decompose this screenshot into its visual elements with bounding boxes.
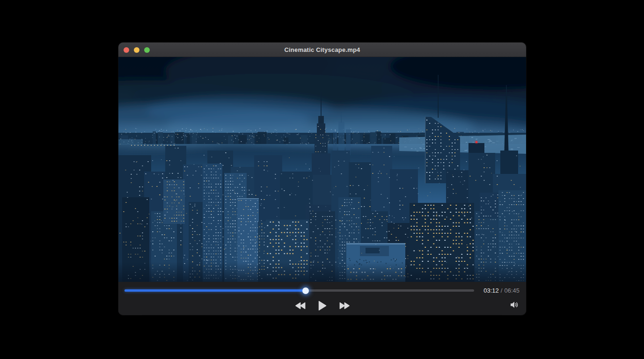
progress-row: 03:12/06:45 — [124, 287, 520, 294]
play-icon — [318, 301, 327, 311]
traffic-lights — [124, 47, 150, 53]
seek-bar[interactable] — [124, 289, 474, 292]
rewind-icon — [294, 302, 306, 309]
one-wtc — [338, 122, 344, 155]
window-title: Cinematic Cityscape.mp4 — [118, 46, 526, 53]
fast-forward-button[interactable] — [339, 302, 351, 309]
titlebar[interactable]: Cinematic Cityscape.mp4 — [118, 43, 526, 57]
transport-buttons — [118, 298, 526, 313]
time-elapsed: 03:12 — [483, 287, 499, 294]
player-window: Cinematic Cityscape.mp4 03:12/06:45 — [118, 43, 526, 315]
seek-fill — [124, 289, 306, 292]
zoom-button[interactable] — [144, 47, 150, 53]
rewind-button[interactable] — [294, 302, 306, 309]
volume-button[interactable] — [510, 301, 519, 309]
time-separator: / — [501, 287, 503, 294]
play-button[interactable] — [318, 301, 327, 311]
time-duration: 06:45 — [504, 287, 520, 294]
fast-forward-icon — [339, 302, 351, 309]
minimize-button[interactable] — [134, 47, 139, 53]
seek-thumb[interactable] — [302, 287, 309, 294]
volume-icon — [510, 301, 519, 309]
playback-controls: 03:12/06:45 — [118, 282, 526, 315]
video-frame[interactable] — [118, 57, 526, 282]
time-display: 03:12/06:45 — [483, 287, 520, 294]
bottom-vignette — [118, 262, 526, 282]
video-scene — [118, 57, 526, 282]
close-button[interactable] — [124, 47, 129, 53]
